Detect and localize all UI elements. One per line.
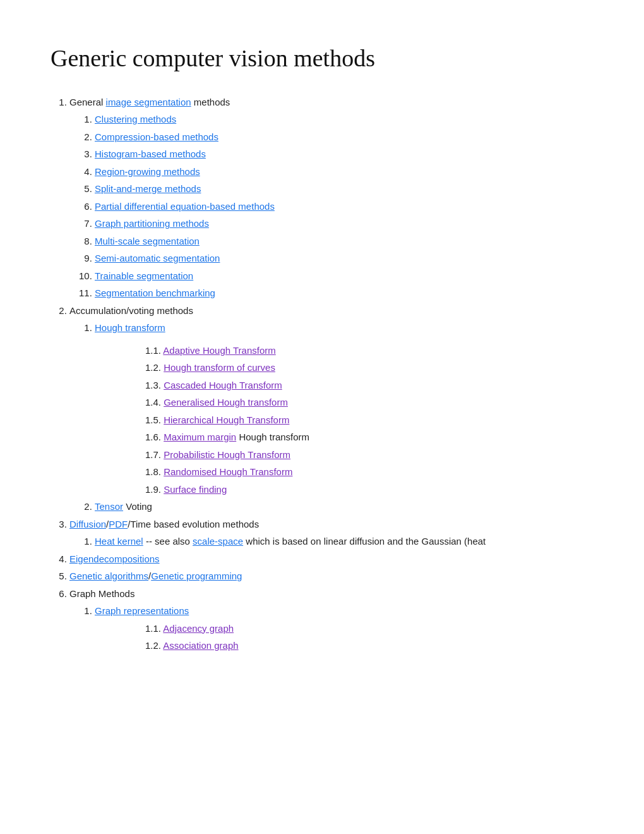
link-image-segmentation[interactable]: image segmentation	[106, 97, 191, 107]
list-item: Surface finding	[145, 481, 606, 498]
link-histogram-methods[interactable]: Histogram-based methods	[95, 148, 206, 159]
list-item: Probabilistic Hough Transform	[145, 447, 606, 463]
link-multi-scale[interactable]: Multi-scale segmentation	[95, 236, 200, 246]
link-probabilistic-hough[interactable]: Probabilistic Hough Transform	[164, 449, 290, 460]
list-item: Association graph	[145, 638, 606, 654]
link-randomised-hough[interactable]: Randomised Hough Transform	[164, 466, 292, 477]
link-generalised-hough[interactable]: Generalised Hough transform	[164, 397, 288, 408]
link-region-growing[interactable]: Region-growing methods	[95, 166, 200, 177]
main-list: General image segmentation methods Clust…	[51, 94, 606, 654]
link-hierarchical-hough[interactable]: Hierarchical Hough Transform	[164, 414, 289, 425]
list-item-4: Eigendecompositions	[69, 551, 606, 567]
link-semi-automatic[interactable]: Semi-automatic segmentation	[95, 253, 220, 263]
list-item: Histogram-based methods	[95, 146, 606, 162]
list-item-hough: Hough transform Adaptive Hough Transform…	[95, 320, 606, 497]
hough-transform-suffix: Hough transform	[236, 432, 309, 442]
link-adjacency-graph[interactable]: Adjacency graph	[163, 623, 234, 634]
list-item: Clustering methods	[95, 111, 606, 128]
section-2-label: Accumulation/voting methods	[69, 305, 193, 316]
list-item: Hough transform of curves	[145, 360, 606, 376]
list-item: Partial differential equation-based meth…	[95, 198, 606, 215]
link-graph-representations[interactable]: Graph representations	[95, 605, 189, 616]
list-item: Split-and-merge methods	[95, 181, 606, 197]
link-split-and-merge[interactable]: Split-and-merge methods	[95, 183, 201, 194]
section-6-label: Graph Methods	[69, 588, 134, 599]
list-item: Adaptive Hough Transform	[145, 342, 606, 359]
link-tensor[interactable]: Tensor	[95, 501, 123, 512]
link-eigendecompositions[interactable]: Eigendecompositions	[69, 553, 160, 564]
heat-kernel-mid: -- see also	[143, 536, 193, 547]
list-item-2: Accumulation/voting methods Hough transf…	[69, 303, 606, 515]
link-genetic-programming[interactable]: Genetic programming	[151, 571, 242, 581]
link-clustering-methods[interactable]: Clustering methods	[95, 114, 176, 124]
list-item: Hierarchical Hough Transform	[145, 412, 606, 428]
voting-suffix: Voting	[123, 501, 152, 512]
link-heat-kernel[interactable]: Heat kernel	[95, 536, 143, 547]
link-scale-space[interactable]: scale-space	[193, 536, 243, 547]
list-item: Trainable segmentation	[95, 268, 606, 284]
list-item: Segmentation benchmarking	[95, 285, 606, 301]
list-item: Graph partitioning methods	[95, 215, 606, 232]
section-2-sublist: Hough transform Adaptive Hough Transform…	[69, 320, 606, 515]
section-1-sublist: Clustering methods Compression-based met…	[69, 111, 606, 301]
link-maximum-margin[interactable]: Maximum margin	[164, 432, 236, 442]
heat-kernel-suffix: which is based on linear diffusion and t…	[243, 536, 486, 547]
section-3-suffix: /Time based evolution methods	[128, 519, 259, 529]
link-cascaded-hough[interactable]: Cascaded Hough Transform	[164, 380, 282, 390]
link-benchmarking[interactable]: Segmentation benchmarking	[95, 287, 215, 298]
link-surface-finding[interactable]: Surface finding	[164, 484, 227, 495]
list-item-3: Diffusion/PDF/Time based evolution metho…	[69, 516, 606, 550]
link-graph-partitioning[interactable]: Graph partitioning methods	[95, 218, 209, 229]
list-item: Cascaded Hough Transform	[145, 377, 606, 394]
list-item: Adjacency graph	[145, 620, 606, 637]
section-3-sublist: Heat kernel -- see also scale-space whic…	[69, 533, 606, 550]
link-genetic-algorithms[interactable]: Genetic algorithms	[69, 571, 148, 581]
link-pdf[interactable]: PDF	[109, 519, 128, 529]
link-hough-curves[interactable]: Hough transform of curves	[164, 362, 275, 373]
hough-sublist: Adaptive Hough Transform Hough transform…	[95, 342, 606, 498]
list-item: Maximum margin Hough transform	[145, 429, 606, 445]
graph-rep-sublist: Adjacency graph Association graph	[95, 620, 606, 654]
list-item-5: Genetic algorithms/Genetic programming	[69, 568, 606, 584]
list-item-graph-rep: Graph representations Adjacency graph As…	[95, 603, 606, 654]
link-pde-methods[interactable]: Partial differential equation-based meth…	[95, 201, 275, 212]
link-diffusion[interactable]: Diffusion	[69, 519, 106, 529]
link-association-graph[interactable]: Association graph	[163, 640, 238, 651]
link-trainable[interactable]: Trainable segmentation	[95, 270, 193, 281]
list-item: Compression-based methods	[95, 129, 606, 145]
list-item: Semi-automatic segmentation	[95, 250, 606, 267]
link-compression-methods[interactable]: Compression-based methods	[95, 131, 218, 142]
list-item-6: Graph Methods Graph representations Adja…	[69, 586, 606, 654]
section-1-suffix: methods	[191, 97, 230, 107]
list-item: Heat kernel -- see also scale-space whic…	[95, 533, 606, 550]
list-item: Randomised Hough Transform	[145, 464, 606, 480]
list-item: Generalised Hough transform	[145, 394, 606, 411]
link-hough-transform[interactable]: Hough transform	[95, 322, 165, 333]
page-title: Generic computer vision methods	[51, 38, 606, 79]
section-1-prefix: General	[69, 97, 106, 107]
list-item-tensor: Tensor Voting	[95, 499, 606, 515]
section-6-sublist: Graph representations Adjacency graph As…	[69, 603, 606, 654]
list-item: Multi-scale segmentation	[95, 233, 606, 250]
link-adaptive-hough[interactable]: Adaptive Hough Transform	[163, 345, 275, 356]
list-item-1: General image segmentation methods Clust…	[69, 94, 606, 301]
list-item: Region-growing methods	[95, 164, 606, 180]
